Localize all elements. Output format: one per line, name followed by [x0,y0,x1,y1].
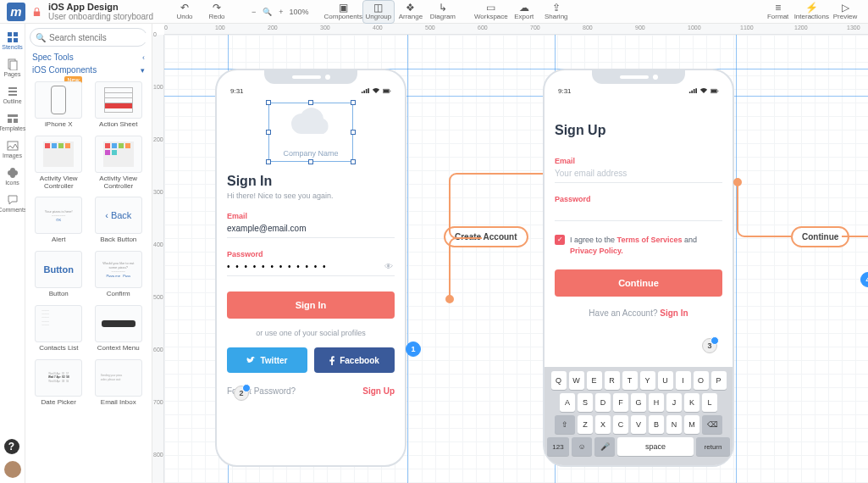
mic-key[interactable]: 🎤 [594,437,615,456]
checkbox-icon[interactable]: ✓ [555,235,565,245]
shift-key[interactable]: ⇧ [555,415,575,434]
user-avatar[interactable] [4,461,21,478]
canvas[interactable]: 9:31 Company Name Sign In Hi there! Nice… [164,35,868,483]
sharing-button[interactable]: ⇪Sharing [540,0,572,24]
stencil-button[interactable]: ButtonButton [29,247,89,302]
app-logo[interactable]: m [7,3,25,21]
su-password-input[interactable] [555,207,722,216]
return-key[interactable]: return [696,437,730,456]
zoom-out-icon[interactable]: − [252,8,256,16]
key-b[interactable]: B [649,415,664,434]
key-r[interactable]: R [605,371,620,390]
components-button[interactable]: ▣Components [324,0,362,24]
num-key[interactable]: 123 [547,437,569,456]
statusbar: 9:31 [558,86,719,96]
phone-sign-up[interactable]: 9:31 Sign Up Email Your email address Pa… [543,69,734,467]
key-n[interactable]: N [666,415,682,434]
backspace-key[interactable]: ⌫ [702,415,722,434]
privacy-link[interactable]: Privacy Policy. [570,247,623,255]
marker-3[interactable]: 3 [702,338,717,353]
stencil-contacts[interactable]: ~~~~~~~~~~~~~~~~~~~~~~~~~Contacts List [29,302,89,356]
ios-components-link[interactable]: iOS Components▾ [25,64,152,76]
preview-button[interactable]: ▷Preview [829,0,861,24]
rail-pages[interactable]: Pages [0,54,25,81]
emoji-key[interactable]: ☺ [572,437,592,456]
eye-icon[interactable]: 👁 [384,262,395,271]
stencil-date-picker[interactable]: Wed 6 Apr 01 57Wed 7 Apr 02 58Wed 8 Apr … [29,356,89,410]
phone-notch [264,70,357,84]
stencil-iphone-x[interactable]: NewiPhone X [29,78,89,132]
key-t[interactable]: T [622,371,638,390]
sign-in-link[interactable]: Sign In [660,308,688,318]
key-m[interactable]: M [684,415,699,434]
rail-templates[interactable]: Templates [0,108,25,136]
workspace-button[interactable]: ▭Workspace [474,0,508,24]
marker-1[interactable]: 1 [406,341,421,357]
stencil-action-sheet[interactable]: Action Sheet [89,78,149,132]
rail-stencils[interactable]: Stencils [0,27,25,54]
email-value[interactable]: example@email.com [227,224,395,233]
key-q[interactable]: Q [551,371,567,390]
agree-row[interactable]: ✓ I agree to the Terms of Services and P… [555,235,722,256]
key-v[interactable]: V [631,415,646,434]
stencil-confirm[interactable]: Would you like to eat some pizza?~~~~~~~… [89,247,149,302]
spec-tools-link[interactable]: Spec Tools‹ [25,51,152,64]
sign-up-link[interactable]: Sign Up [362,386,395,396]
su-email-input[interactable]: Your email address [555,169,722,178]
key-d[interactable]: D [595,393,611,412]
arrange-button[interactable]: ❖Arrange [395,0,427,24]
key-e[interactable]: E [587,371,602,390]
key-a[interactable]: A [560,393,575,412]
stencil-activity-2[interactable]: Activity View Controller [89,132,149,194]
marker-2[interactable]: 2 [234,386,249,401]
key-w[interactable]: W [569,371,584,390]
export-button[interactable]: ☁Export [508,0,540,24]
diagram-button[interactable]: ↳Diagram [427,0,459,24]
key-p[interactable]: P [711,371,727,390]
key-y[interactable]: Y [640,371,655,390]
redo-button[interactable]: ↷Redo [201,0,233,24]
stencil-context-menu[interactable]: Context Menu [89,302,149,356]
space-key[interactable]: space [617,437,694,456]
key-i[interactable]: I [676,371,691,390]
key-z[interactable]: Z [578,415,593,434]
key-x[interactable]: X [595,415,611,434]
key-o[interactable]: O [694,371,709,390]
key-c[interactable]: C [613,415,628,434]
key-u[interactable]: U [658,371,673,390]
zoom-in-icon[interactable]: + [279,8,283,16]
terms-link[interactable]: Terms of Services [617,236,683,244]
key-g[interactable]: G [631,393,646,412]
stencil-email-inbox[interactable]: Sending your pizzaorder, please waitEmai… [89,356,149,410]
help-icon[interactable]: ? [4,439,19,454]
stencil-back-button[interactable]: ‹ BackBack Button [89,193,149,247]
key-k[interactable]: K [684,393,699,412]
password-value[interactable]: • • • • • • • • • • • •👁 [227,262,395,271]
key-h[interactable]: H [649,393,664,412]
rail-outline[interactable]: Outline [0,81,25,108]
rail-icons[interactable]: Icons [0,163,25,190]
continue-button[interactable]: Continue [555,269,722,297]
sign-in-button[interactable]: Sign In [227,291,395,319]
undo-button[interactable]: ↶Undo [169,0,201,24]
ungroup-button[interactable]: ◫Ungroup [362,0,395,24]
keyboard[interactable]: QWERTYUIOP ASDFGHJKL ⇧ZXCVBNM⌫ 123☺🎤spac… [545,367,733,465]
rail-images[interactable]: Images [0,136,25,163]
search-field[interactable] [49,33,152,42]
rail-comments[interactable]: Comments [0,190,25,217]
zoom-control[interactable]: − 🔍 + 100% [248,8,309,16]
zoom-icon[interactable]: 🔍 [263,8,272,16]
interactions-button[interactable]: ⚡Interactions [794,0,829,24]
key-j[interactable]: J [666,393,682,412]
phone-sign-in[interactable]: 9:31 Company Name Sign In Hi there! Nice… [215,69,406,467]
twitter-button[interactable]: Twitter [227,347,307,373]
logo-selection[interactable]: Company Name [268,103,353,162]
key-l[interactable]: L [702,393,717,412]
stencil-activity-1[interactable]: Activity View Controller [29,132,89,194]
facebook-button[interactable]: Facebook [314,347,395,373]
format-button[interactable]: ≡Format [762,0,794,24]
stencil-alert[interactable]: Your pizza is here!~~~~~~~OKAlert [29,193,89,247]
key-s[interactable]: S [578,393,593,412]
search-input[interactable]: 🔍 [30,28,147,47]
key-f[interactable]: F [613,393,628,412]
